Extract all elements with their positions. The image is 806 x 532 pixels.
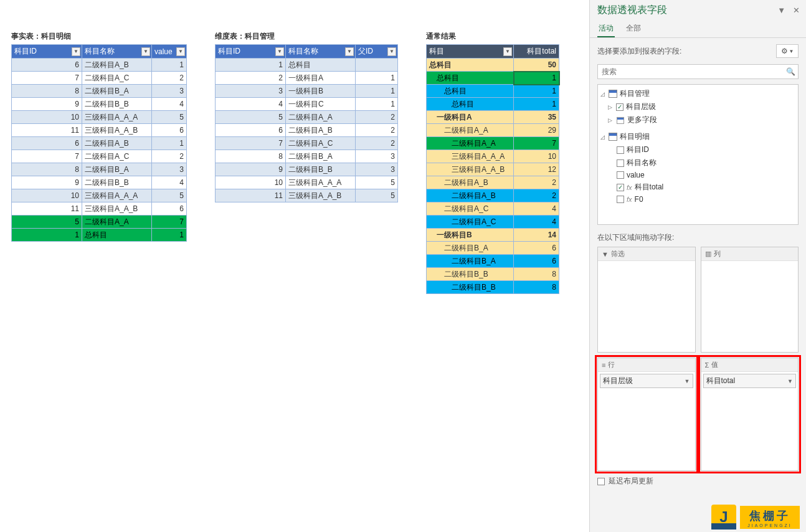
table-row[interactable]: 二级科目B_A6 — [427, 255, 559, 268]
cell[interactable]: 二级科目A_B — [82, 137, 152, 150]
cell[interactable]: 三级科目A_A_B — [286, 189, 356, 202]
cell[interactable]: 二级科目A_B — [427, 176, 514, 189]
cell[interactable]: 1 — [152, 59, 187, 72]
filter-dropdown-icon[interactable]: ▼ — [387, 47, 396, 56]
table-row[interactable]: 1总科目 — [216, 59, 398, 72]
col-header[interactable]: 科目ID▼ — [12, 45, 82, 59]
table-row[interactable]: 二级科目A_A29 — [427, 124, 559, 137]
cell[interactable]: 二级科目A_B — [286, 124, 356, 137]
cell[interactable]: 7 — [12, 72, 82, 85]
cell[interactable]: 9 — [12, 176, 82, 189]
table-row[interactable]: 6二级科目A_B1 — [12, 59, 187, 72]
col-header[interactable]: 科目ID▼ — [216, 45, 286, 59]
table-row[interactable]: 11三级科目A_A_B5 — [216, 189, 398, 202]
tab-active[interactable]: 活动 — [597, 22, 615, 37]
cell[interactable]: 1 — [514, 72, 559, 85]
cell[interactable]: 三级科目A_A_B — [82, 202, 152, 216]
cell[interactable]: 5 — [152, 189, 187, 202]
cell[interactable]: 6 — [12, 59, 82, 72]
cell[interactable]: 3 — [152, 85, 187, 98]
gear-button[interactable]: ⚙▼ — [776, 44, 799, 58]
cell[interactable]: 二级科目A_B — [427, 189, 514, 202]
col-header[interactable]: 科目名称▼ — [82, 45, 152, 59]
cell[interactable]: 5 — [152, 111, 187, 124]
cell[interactable]: 1 — [514, 85, 559, 98]
cell[interactable]: 2 — [356, 124, 398, 137]
cell[interactable]: 1 — [356, 85, 398, 98]
cell[interactable]: 6 — [12, 137, 82, 150]
cell[interactable]: 5 — [356, 189, 398, 202]
filter-dropdown-icon[interactable]: ▼ — [72, 47, 80, 56]
table-row[interactable]: 8二级科目B_A3 — [12, 85, 187, 98]
cell[interactable]: 10 — [216, 176, 286, 189]
checkbox[interactable] — [617, 146, 624, 154]
cell[interactable]: 二级科目A_C — [286, 137, 356, 150]
cell[interactable]: 4 — [152, 176, 187, 189]
table-row[interactable]: 3一级科目B1 — [216, 85, 398, 98]
expand-icon[interactable]: ▷ — [608, 104, 614, 110]
table-row[interactable]: 二级科目A_B2 — [427, 176, 559, 189]
table-row[interactable]: 二级科目A_B2 — [427, 189, 559, 202]
table-row[interactable]: 10三级科目A_A_A5 — [12, 111, 187, 124]
cell[interactable]: 6 — [514, 242, 559, 255]
cell[interactable]: 7 — [216, 137, 286, 150]
cell[interactable]: 一级科目A — [427, 111, 514, 124]
table-row[interactable]: 2一级科目A1 — [216, 72, 398, 85]
cell[interactable]: 二级科目A_C — [427, 202, 514, 216]
table-row[interactable]: 8二级科目B_A3 — [12, 163, 187, 176]
cell[interactable]: 三级科目A_A_A — [82, 111, 152, 124]
search-box[interactable]: 🔍 — [597, 64, 799, 79]
pane-dropdown-icon[interactable]: ▼ — [777, 6, 785, 15]
cell[interactable]: 8 — [12, 85, 82, 98]
cell[interactable]: 11 — [12, 202, 82, 216]
cell[interactable]: 2 — [152, 150, 187, 163]
table-row[interactable]: 11三级科目A_A_B6 — [12, 124, 187, 137]
cell[interactable]: 三级科目A_A_A — [427, 150, 514, 163]
area-columns[interactable]: ▥列 — [701, 247, 799, 353]
table-row[interactable]: 二级科目B_A6 — [427, 242, 559, 255]
table-row[interactable]: 二级科目A_A7 — [427, 137, 559, 150]
cell[interactable]: 1 — [216, 59, 286, 72]
cell[interactable]: 总科目 — [82, 229, 152, 242]
field-item[interactable]: ▷科目层级 — [599, 100, 797, 113]
table-row[interactable]: 一级科目B14 — [427, 229, 559, 242]
cell[interactable]: 12 — [514, 163, 559, 176]
cell[interactable]: 9 — [216, 163, 286, 176]
table-row[interactable]: 10三级科目A_A_A5 — [12, 189, 187, 202]
field-more[interactable]: ▷更多字段 — [599, 113, 797, 126]
table-row[interactable]: 总科目1 — [427, 72, 559, 85]
cell[interactable]: 二级科目A_A — [427, 137, 514, 150]
cell[interactable]: 7 — [514, 137, 559, 150]
pane-close-icon[interactable]: ✕ — [793, 6, 800, 15]
cell[interactable]: 6 — [514, 255, 559, 268]
checkbox[interactable] — [617, 159, 624, 167]
table-row[interactable]: 7二级科目A_C2 — [12, 72, 187, 85]
cell[interactable]: 14 — [514, 229, 559, 242]
cell[interactable]: 二级科目A_A — [427, 124, 514, 137]
field-table-header[interactable]: ◿科目明细 — [599, 130, 797, 143]
cell[interactable]: 三级科目A_A_B — [82, 124, 152, 137]
cell[interactable]: 2 — [356, 111, 398, 124]
table-row[interactable]: 二级科目A_C4 — [427, 202, 559, 216]
cell[interactable]: 总科目 — [427, 85, 514, 98]
cell[interactable]: 8 — [514, 281, 559, 294]
cell[interactable]: 7 — [12, 150, 82, 163]
checkbox[interactable] — [617, 171, 624, 179]
table-row[interactable]: 二级科目A_C4 — [427, 216, 559, 229]
cell[interactable]: 7 — [152, 216, 187, 229]
cell[interactable]: 4 — [514, 216, 559, 229]
cell[interactable]: 5 — [356, 176, 398, 189]
table-row[interactable]: 9二级科目B_B4 — [12, 98, 187, 111]
cell[interactable]: 总科目 — [286, 59, 356, 72]
cell[interactable]: 一级科目C — [286, 98, 356, 111]
cell[interactable]: 二级科目A_A — [286, 111, 356, 124]
cell[interactable]: 二级科目A_C — [427, 216, 514, 229]
field-item[interactable]: 科目ID — [599, 143, 797, 156]
cell[interactable]: 2 — [152, 72, 187, 85]
cell[interactable]: 二级科目B_A — [427, 242, 514, 255]
checkbox[interactable] — [617, 196, 624, 203]
cell[interactable]: 29 — [514, 124, 559, 137]
cell[interactable]: 1 — [12, 229, 82, 242]
table-row[interactable]: 总科目1 — [427, 98, 559, 111]
field-item[interactable]: fxF0 — [599, 194, 797, 205]
